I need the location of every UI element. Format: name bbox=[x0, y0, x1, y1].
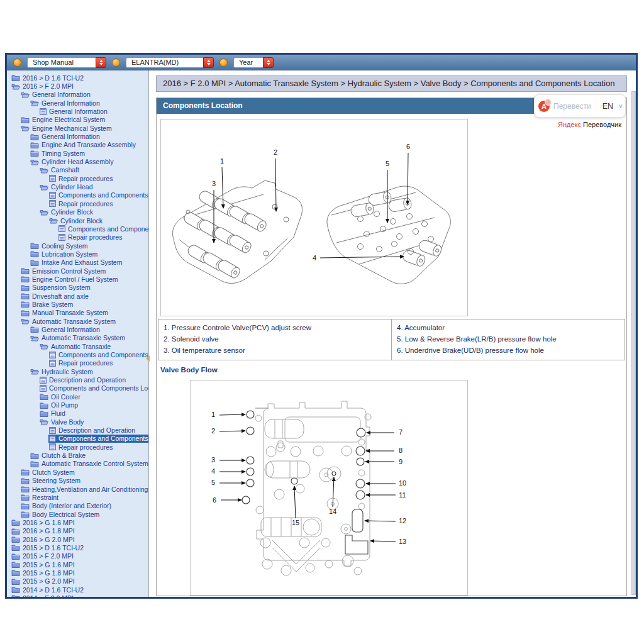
tree-item[interactable]: Intake And Exhaust System bbox=[7, 258, 148, 267]
tree-item[interactable]: Lubrication System bbox=[7, 250, 148, 258]
tree-item[interactable]: 2014 > F 2.0 MPI bbox=[7, 594, 148, 597]
stepper-icon[interactable] bbox=[263, 57, 274, 68]
legend-item: 2. Solenoid valve bbox=[164, 333, 386, 345]
folder-icon bbox=[21, 301, 30, 308]
language-select[interactable]: EN bbox=[599, 102, 614, 111]
tree-item[interactable]: 2016 > G 1.8 MPI bbox=[7, 527, 148, 535]
folder-icon bbox=[11, 519, 20, 526]
folder-icon bbox=[11, 74, 20, 81]
callout-number: 5 bbox=[386, 160, 389, 167]
folder-icon bbox=[21, 116, 30, 123]
tree-item[interactable]: 2015 > G 1.8 MPI bbox=[7, 569, 148, 577]
tree-item[interactable]: Repair procedures bbox=[7, 443, 148, 451]
tree-item[interactable]: Cylinder Block bbox=[7, 216, 148, 225]
chevron-down-icon[interactable]: ∨ bbox=[618, 103, 623, 109]
legend-item: 1. Pressure Controle Valve(PCV) adjust s… bbox=[164, 322, 386, 333]
tree-item[interactable]: Automatic Transaxle System bbox=[7, 334, 148, 342]
tree-item[interactable]: 2016 > G 2.0 MPI bbox=[7, 535, 148, 543]
tree-item[interactable]: Automatic Transaxle Control System bbox=[7, 460, 148, 468]
tree-item[interactable]: Oil Cooler bbox=[7, 392, 148, 401]
tree-item[interactable]: Manual Transaxle System bbox=[7, 309, 148, 317]
stepper-icon[interactable] bbox=[203, 57, 214, 68]
tree-item[interactable]: Repair procedures bbox=[7, 359, 148, 367]
stepper-icon[interactable] bbox=[96, 57, 106, 68]
tree-item[interactable]: Body Electrical System bbox=[7, 510, 148, 518]
document-icon bbox=[40, 377, 47, 384]
tree-item[interactable]: Repair procedures bbox=[7, 174, 148, 182]
model-select[interactable]: ELANTRA(MD) bbox=[126, 57, 214, 68]
tree-item[interactable]: Valve Body bbox=[7, 418, 148, 426]
tree-item[interactable]: General Information bbox=[7, 99, 148, 107]
tree-item[interactable]: Heating,Ventilation and Air Conditioning bbox=[7, 485, 148, 493]
tree-item[interactable]: Components and Components Location bbox=[7, 191, 148, 199]
tree-item[interactable]: 2015 > G 1.6 MPI bbox=[7, 560, 148, 569]
folder-icon bbox=[30, 460, 39, 467]
translate-button[interactable]: Перевести bbox=[553, 102, 591, 111]
tree-item[interactable]: Cooling System bbox=[7, 242, 148, 250]
tree-item[interactable]: 2015 > F 2.0 MPI bbox=[7, 552, 148, 560]
tree-item[interactable]: Repair procedures bbox=[7, 199, 148, 208]
tree-item[interactable]: General Information bbox=[7, 325, 148, 333]
tree-item[interactable]: Driveshaft and axle bbox=[7, 292, 148, 300]
tree-item[interactable]: General Information bbox=[7, 107, 148, 115]
folder-icon bbox=[11, 578, 20, 585]
folder-icon bbox=[40, 184, 48, 191]
tree-item[interactable]: 2015 > G 2.0 MPI bbox=[7, 577, 148, 586]
scrollbar[interactable] bbox=[631, 91, 636, 595]
document-icon bbox=[49, 427, 56, 434]
tree-item-label: General Information bbox=[42, 326, 100, 333]
manual-type-select[interactable]: Shop Manual bbox=[27, 57, 106, 68]
tree-item[interactable]: Clutch & Brake bbox=[7, 451, 148, 459]
tree-item-label: Body (Interior and Exterior) bbox=[32, 502, 111, 509]
folder-icon bbox=[49, 217, 58, 224]
tree-item[interactable]: Components and Components Location bbox=[7, 225, 148, 233]
tree-item[interactable]: 2016 > D 1.6 TCI-U2 bbox=[7, 74, 148, 82]
folder-icon bbox=[30, 99, 39, 106]
tree-item[interactable]: 2016 > G 1.6 MPI bbox=[7, 518, 148, 526]
folder-icon bbox=[40, 343, 48, 350]
tree-item[interactable]: General Information bbox=[7, 132, 148, 140]
tree-item[interactable]: General Information bbox=[7, 91, 148, 99]
tree-item[interactable]: Brake System bbox=[7, 300, 148, 308]
tree-item[interactable]: Engine Electrical System bbox=[7, 116, 148, 124]
callout-number: 6 bbox=[406, 143, 410, 150]
tree-item[interactable]: Restraint bbox=[7, 493, 148, 501]
tree-item[interactable]: Steering System bbox=[7, 477, 148, 485]
translate-widget[interactable]: A Перевести EN ∨ bbox=[534, 94, 626, 118]
year-select[interactable]: Year bbox=[233, 57, 274, 68]
tree-item[interactable]: Timing System bbox=[7, 149, 148, 157]
tree-item[interactable]: Components and Components Location bbox=[7, 350, 148, 358]
tree-item[interactable]: Hydraulic System bbox=[7, 367, 148, 375]
tree-item[interactable]: Clutch System bbox=[7, 468, 148, 476]
tree-item[interactable]: Automatic Transaxle System bbox=[7, 317, 148, 325]
tree-item[interactable]: Engine And Transaxle Assembly bbox=[7, 141, 148, 149]
tree-item[interactable]: 2014 > D 1.6 TCI-U2 bbox=[7, 586, 148, 594]
tree-item[interactable]: Cylinder Head Assembly bbox=[7, 157, 148, 165]
tree-item[interactable]: 2016 > F 2.0 MPI bbox=[7, 82, 148, 90]
tree-item[interactable]: Repair procedures bbox=[7, 233, 148, 242]
tree-item[interactable]: Emission Control System bbox=[7, 267, 148, 275]
tree-item[interactable]: Cylinder Head bbox=[7, 182, 148, 191]
tree-item-label: Repair procedures bbox=[58, 175, 113, 182]
callout-number: 7 bbox=[399, 428, 402, 436]
tree-item[interactable]: Cylinder Block bbox=[7, 208, 148, 216]
tree-item[interactable]: Components and Components Location bbox=[7, 384, 148, 392]
tree-item[interactable]: Description and Operation bbox=[7, 375, 148, 384]
tree-item[interactable]: Camshaft bbox=[7, 166, 148, 174]
tree-item[interactable]: Suspension System bbox=[7, 284, 148, 292]
tree-item[interactable]: Components and Components Location bbox=[7, 435, 148, 443]
tree-item[interactable]: Oil Pump bbox=[7, 401, 148, 409]
tree-item-label: Components and Components Location bbox=[58, 191, 149, 199]
folder-icon bbox=[30, 133, 39, 140]
tree-item[interactable]: Automatic Transaxle bbox=[7, 342, 148, 350]
tree-item[interactable]: Engine Mechanical System bbox=[7, 124, 148, 132]
tree-item[interactable]: Body (Interior and Exterior) bbox=[7, 502, 148, 510]
tree-item[interactable]: 2015 > D 1.6 TCI-U2 bbox=[7, 543, 148, 552]
tree-item[interactable]: Fluid bbox=[7, 409, 148, 418]
folder-icon bbox=[30, 452, 39, 459]
tree-item[interactable]: Engine Control / Fuel System bbox=[7, 275, 148, 283]
callout-number: 1 bbox=[220, 157, 224, 165]
document-icon bbox=[49, 175, 56, 182]
tree-item[interactable]: Description and Operation bbox=[7, 426, 148, 434]
document-icon bbox=[49, 435, 56, 442]
